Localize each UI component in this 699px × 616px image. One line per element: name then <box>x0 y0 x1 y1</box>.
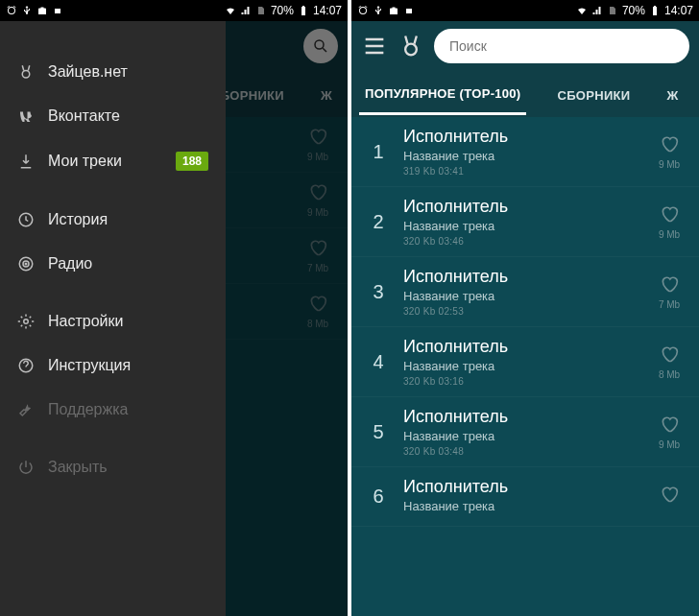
track-meta: 320 Kb 03:46 <box>403 236 653 247</box>
track-index: 3 <box>359 281 398 303</box>
drawer-scrim[interactable] <box>226 21 348 616</box>
track-meta: 320 Kb 03:48 <box>403 446 653 457</box>
track-info: Исполнитель Название трека <box>398 477 653 516</box>
app-header <box>351 21 699 71</box>
phone-left-drawer-open: 70% 14:07 СБОРНИКИ Ж 9 Mb <box>0 0 348 616</box>
track-info: Исполнитель Название трека 320 Kb 03:16 <box>398 337 653 387</box>
heart-icon[interactable] <box>660 274 679 294</box>
drawer-item-radio[interactable]: Радио <box>0 242 226 286</box>
alarm-icon <box>357 5 369 16</box>
drawer-label: Радио <box>48 255 92 272</box>
status-left-icons <box>357 5 415 16</box>
drawer-item-vk[interactable]: Вконтакте <box>0 94 226 138</box>
track-row[interactable]: 2 Исполнитель Название трека 320 Kb 03:4… <box>351 187 699 257</box>
drawer-item-settings[interactable]: Настройки <box>0 299 226 344</box>
vk-icon <box>17 107 35 125</box>
heart-icon[interactable] <box>660 204 679 224</box>
drawer-item-mytracks[interactable]: Мои треки 188 <box>0 138 226 184</box>
track-artist: Исполнитель <box>403 477 653 497</box>
track-row[interactable]: 4 Исполнитель Название трека 320 Kb 03:1… <box>351 327 699 397</box>
help-icon <box>17 357 35 374</box>
track-meta: 319 Kb 03:41 <box>403 166 653 177</box>
drawer-item-history[interactable]: История <box>0 198 226 242</box>
track-title: Название трека <box>403 289 653 303</box>
heart-icon[interactable] <box>660 485 679 504</box>
track-artist: Исполнитель <box>403 337 653 357</box>
track-row[interactable]: 1 Исполнитель Название трека 319 Kb 03:4… <box>351 117 699 187</box>
track-info: Исполнитель Название трека 320 Kb 02:53 <box>398 267 653 317</box>
power-icon <box>17 459 35 476</box>
track-title: Название трека <box>403 499 653 513</box>
track-row[interactable]: 5 Исполнитель Название трека 320 Kb 03:4… <box>351 397 699 467</box>
track-index: 1 <box>359 141 398 163</box>
status-right: 70% 14:07 <box>225 4 342 17</box>
no-sim-icon <box>607 5 618 16</box>
track-index: 4 <box>359 351 398 373</box>
track-info: Исполнитель Название трека 319 Kb 03:41 <box>398 127 653 177</box>
drawer-item-support[interactable]: Поддержка <box>0 388 226 432</box>
status-bar: 70% 14:07 <box>351 0 699 21</box>
wifi-icon <box>225 5 236 16</box>
phone-right-tracklist: 70% 14:07 ПОПУЛЯРНОЕ (TOP-100) СБОРНИКИ … <box>351 0 699 616</box>
battery-icon <box>649 5 661 16</box>
tab-collections[interactable]: СБОРНИКИ <box>551 75 636 114</box>
track-meta: 320 Kb 03:16 <box>403 376 653 387</box>
track-row[interactable]: 3 Исполнитель Название трека 320 Kb 02:5… <box>351 257 699 327</box>
drawer-item-help[interactable]: Инструкция <box>0 344 226 388</box>
wrench-icon <box>17 401 35 418</box>
drawer-label: Вконтакте <box>48 107 120 125</box>
alarm-icon <box>6 5 17 16</box>
track-artist: Исполнитель <box>403 197 653 217</box>
clock-icon <box>17 211 35 228</box>
tab-extra[interactable]: Ж <box>661 75 684 114</box>
track-title: Название трека <box>403 149 653 163</box>
radio-icon <box>17 255 35 272</box>
tabs: ПОПУЛЯРНОЕ (TOP-100) СБОРНИКИ Ж <box>351 71 699 117</box>
drawer-label: Мои треки <box>48 153 122 170</box>
track-row[interactable]: 6 Исполнитель Название трека <box>351 467 699 527</box>
heart-icon[interactable] <box>660 415 679 434</box>
battery-percent: 70% <box>622 4 645 17</box>
usb-icon <box>21 5 33 16</box>
drawer-label: Поддержка <box>48 401 128 418</box>
signal-icon <box>591 5 603 16</box>
usb-icon <box>373 5 384 16</box>
heart-icon[interactable] <box>660 134 679 154</box>
store-icon <box>388 5 399 16</box>
search-input[interactable] <box>434 29 689 63</box>
menu-icon[interactable] <box>361 33 388 59</box>
clock: 14:07 <box>664 4 693 17</box>
svg-point-5 <box>25 263 27 265</box>
track-list[interactable]: 1 Исполнитель Название трека 319 Kb 03:4… <box>351 117 699 616</box>
track-size: 7 Mb <box>659 299 680 310</box>
app-logo-bunny-icon <box>398 33 424 59</box>
wifi-icon <box>576 5 588 16</box>
battery-icon <box>298 5 309 16</box>
battery-percent: 70% <box>271 4 294 17</box>
gear-icon <box>17 313 35 330</box>
track-index: 2 <box>359 211 398 233</box>
track-index: 5 <box>359 421 398 443</box>
download-icon <box>17 153 35 170</box>
drawer-label: Инструкция <box>48 357 131 374</box>
track-info: Исполнитель Название трека 320 Kb 03:46 <box>398 197 653 247</box>
android-icon <box>403 5 415 16</box>
store-icon <box>36 5 48 16</box>
drawer-item-close[interactable]: Закрыть <box>0 445 226 489</box>
no-sim-icon <box>255 5 267 16</box>
svg-point-8 <box>405 44 417 56</box>
mytracks-badge: 188 <box>176 152 208 171</box>
status-right: 70% 14:07 <box>576 4 693 17</box>
tab-popular[interactable]: ПОПУЛЯРНОЕ (TOP-100) <box>359 73 526 115</box>
track-size: 8 Mb <box>659 369 680 380</box>
svg-point-6 <box>24 320 29 324</box>
track-index: 6 <box>359 486 398 508</box>
heart-icon[interactable] <box>660 344 679 364</box>
track-title: Название трека <box>403 219 653 233</box>
bunny-icon <box>17 63 35 81</box>
drawer-item-zaycev[interactable]: Зайцев.нет <box>0 50 226 94</box>
status-bar: 70% 14:07 <box>0 0 348 21</box>
track-artist: Исполнитель <box>403 267 653 287</box>
track-size: 9 Mb <box>659 229 680 240</box>
drawer-label: Настройки <box>48 313 123 330</box>
